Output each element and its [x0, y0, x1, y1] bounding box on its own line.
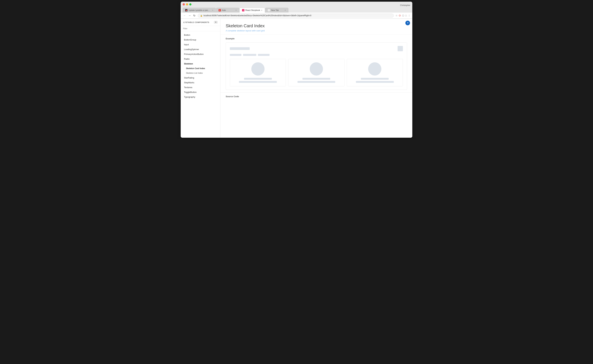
user-label: Christopher — [400, 4, 410, 6]
tab-close-tab-newtab[interactable]: × — [285, 9, 286, 12]
sidebar-title: LYSTABLE COMPONENTS — [183, 21, 209, 23]
skeleton-card-line1-0 — [244, 78, 272, 80]
address-bar: ← → ↻ 🔒 localhost:6006/?selectedKind=Ske… — [181, 13, 412, 19]
tabs-row: 🐙Update lystable-ui package t...×KKalo×S… — [183, 8, 410, 13]
close-traffic-light[interactable] — [183, 3, 185, 6]
skeleton-title-bar — [230, 47, 250, 50]
extensions-icon[interactable]: ⋮ — [408, 14, 410, 17]
skeleton-card-2 — [347, 59, 403, 86]
nav-buttons: ← → ↻ — [183, 14, 196, 18]
opera-icon[interactable]: O — [399, 14, 401, 17]
skeleton-tab-3 — [258, 54, 270, 56]
title-bar: Christopher 🐙Update lystable-ui package … — [181, 2, 412, 13]
skeleton-preview — [226, 42, 407, 90]
skeleton-card-line1-1 — [302, 78, 330, 80]
sidebar-item-loadingspinner[interactable]: LoadingSpinner — [181, 47, 220, 52]
browser-window: Christopher 🐙Update lystable-ui package … — [181, 2, 412, 138]
skeleton-card-line2-1 — [298, 81, 335, 83]
url-text: localhost:6006/?selectedKind=Skeleton&se… — [204, 14, 391, 17]
url-bar[interactable]: 🔒 localhost:6006/?selectedKind=Skeleton&… — [198, 13, 394, 18]
sidebar-item-button[interactable]: Button — [181, 32, 220, 37]
sidebar-item-input[interactable]: Input — [181, 42, 220, 47]
browser-tab-tab-storybook[interactable]: SReact Storybook× — [240, 8, 265, 13]
refresh-button[interactable]: ↻ — [193, 14, 196, 18]
skeleton-card-circle-1 — [310, 62, 323, 76]
star-icon[interactable]: ☆ — [395, 14, 398, 17]
sidebar-item-radio[interactable]: Radio — [181, 57, 220, 61]
skeleton-card-circle-0 — [251, 62, 265, 76]
story-subtitle: A complete skeleton layout with card gri… — [226, 29, 407, 32]
toolbar-icons: ☆ O ⬡ □ ⋮ — [395, 14, 410, 17]
filter-input[interactable] — [183, 27, 218, 30]
tab-favicon-tab-storybook: S — [242, 9, 244, 11]
sidebar-item-stepmarks[interactable]: StepMarks — [181, 80, 220, 85]
sidebar-kbd: ⌘ — [214, 21, 218, 24]
tab-title-tab-kalo: Kalo — [222, 9, 234, 11]
skeleton-square — [398, 46, 403, 51]
browser-content: LYSTABLE COMPONENTS ⌘ ButtonButtonGroupI… — [181, 19, 412, 138]
skeleton-card-lines-0 — [233, 78, 283, 83]
story-title: Skeleton Card Index — [226, 23, 407, 28]
skeleton-card-0 — [230, 59, 286, 86]
browser-tab-tab-kalo[interactable]: KKalo× — [216, 8, 239, 13]
sidebar-item-skeleton-card-index[interactable]: Skeleton Card Index — [181, 66, 220, 71]
sidebar-item-primaryactionbutton[interactable]: PrimaryActionButton — [181, 52, 220, 57]
sidebar-nav: ButtonButtonGroupInputLoadingSpinnerPrim… — [181, 31, 220, 101]
sidebar-item-buttongroup[interactable]: ButtonGroup — [181, 37, 220, 42]
sidebar: LYSTABLE COMPONENTS ⌘ ButtonButtonGroupI… — [181, 19, 220, 138]
skeleton-card-1 — [288, 59, 344, 86]
skeleton-cards — [230, 59, 403, 86]
skeleton-card-circle-2 — [368, 62, 381, 76]
skeleton-card-lines-1 — [291, 78, 341, 83]
main-content: ? Skeleton Card Index A complete skeleto… — [220, 19, 412, 138]
screenshot-icon[interactable]: □ — [405, 14, 407, 17]
browser-tab-tab-github-update[interactable]: 🐙Update lystable-ui package t...× — [183, 8, 216, 13]
minimize-traffic-light[interactable] — [186, 3, 188, 6]
skeleton-card-line2-2 — [356, 81, 394, 83]
skeleton-tab-2 — [243, 54, 256, 56]
tab-title-tab-github-update: Update lystable-ui package t... — [188, 9, 211, 11]
sidebar-filter[interactable] — [181, 26, 220, 31]
traffic-lights — [183, 3, 191, 6]
skeleton-top-row — [230, 46, 403, 51]
sidebar-item-textarea[interactable]: Textarea — [181, 85, 220, 90]
tab-close-tab-github-update[interactable]: × — [212, 9, 213, 12]
back-button[interactable]: ← — [183, 14, 187, 17]
cast-icon[interactable]: ⬡ — [402, 14, 404, 17]
skeleton-card-line2-0 — [239, 81, 277, 83]
example-label: Example — [226, 37, 407, 40]
maximize-traffic-light[interactable] — [189, 3, 191, 6]
sidebar-item-skeleton[interactable]: Skeleton — [181, 61, 220, 66]
source-section: Source Code — [220, 92, 412, 100]
tab-favicon-tab-newtab — [268, 9, 270, 11]
tab-title-tab-newtab: New Tab — [271, 9, 284, 11]
skeleton-tabs-row — [230, 54, 403, 56]
sidebar-item-starrating[interactable]: StarRating — [181, 75, 220, 80]
skeleton-card-line1-2 — [361, 78, 389, 80]
sidebar-item-typography[interactable]: Typography — [181, 95, 220, 99]
forward-button[interactable]: → — [188, 14, 192, 17]
browser-tab-tab-newtab[interactable]: New Tab× — [265, 8, 288, 13]
sidebar-item-togglebutton[interactable]: ToggleButton — [181, 90, 220, 95]
tab-favicon-tab-kalo: K — [219, 9, 221, 11]
skeleton-tab-1 — [230, 54, 241, 56]
tab-favicon-tab-github-update: 🐙 — [185, 9, 187, 11]
source-label: Source Code — [226, 95, 407, 98]
lock-icon: 🔒 — [200, 14, 202, 17]
skeleton-card-lines-2 — [350, 78, 400, 83]
story-header: Skeleton Card Index A complete skeleton … — [220, 19, 412, 35]
tab-close-tab-storybook[interactable]: × — [261, 9, 262, 12]
tab-close-tab-kalo[interactable]: × — [235, 9, 237, 12]
example-section: Example — [220, 35, 412, 92]
sidebar-header: LYSTABLE COMPONENTS ⌘ — [181, 19, 220, 26]
tab-title-tab-storybook: React Storybook — [245, 9, 260, 11]
help-button[interactable]: ? — [405, 21, 410, 25]
sidebar-item-skeleton-list-index[interactable]: Skeleton List Index — [181, 71, 220, 75]
